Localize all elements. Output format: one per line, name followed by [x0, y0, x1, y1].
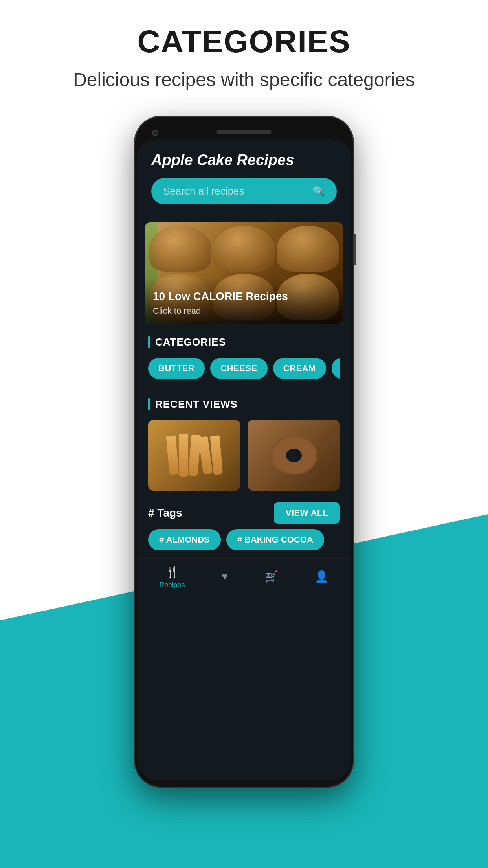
featured-overlay: 10 Low CALORIE Recipes Click to read	[145, 278, 343, 324]
pastry-visual	[148, 420, 240, 491]
app-header: Apple Cake Recipes Search all recipes 🔍	[137, 139, 351, 214]
recent-views-heading: RECENT VIEWS	[148, 398, 340, 410]
pastry-slice-2	[179, 434, 188, 477]
profile-icon: 👤	[315, 570, 328, 583]
phone-frame: Apple Cake Recipes Search all recipes 🔍	[134, 116, 354, 788]
pastry-slice-1	[166, 436, 179, 476]
categories-row: BUTTER CHEESE CREAM EGGS MILK	[148, 358, 340, 382]
featured-title: 10 Low CALORIE Recipes	[153, 290, 335, 303]
muffin-1	[149, 226, 211, 272]
cart-icon: 🛒	[264, 570, 278, 583]
bundt-visual	[248, 420, 340, 491]
category-eggs[interactable]: EGGS	[332, 358, 340, 379]
category-cream[interactable]: CREAM	[273, 358, 326, 379]
muffin-3	[277, 226, 339, 272]
phone-side-button	[354, 234, 356, 265]
muffin-2	[213, 226, 275, 272]
tags-label: # Tags	[148, 507, 182, 519]
recipes-nav-label: Recipes	[160, 581, 185, 589]
nav-item-cart[interactable]: 🛒	[264, 570, 278, 585]
tags-row: # ALMONDS # BAKING COCOA	[137, 529, 351, 558]
bundt-inner	[286, 449, 302, 462]
page-header: CATEGORIES Delicious recipes with specif…	[0, 0, 488, 108]
bundt-outer	[270, 436, 317, 475]
page-subtitle: Delicious recipes with specific categori…	[31, 68, 457, 92]
recent-card-1[interactable]	[148, 420, 240, 491]
recent-views-title: RECENT VIEWS	[155, 398, 238, 410]
categories-section: CATEGORIES BUTTER CHEESE CREAM EGGS MILK	[137, 324, 351, 386]
page-title: CATEGORIES	[31, 24, 457, 60]
categories-accent-bar	[148, 336, 150, 348]
phone-notch	[136, 127, 352, 139]
tags-header: # Tags VIEW ALL	[137, 495, 351, 529]
nav-item-recipes[interactable]: 🍴 Recipes	[160, 566, 185, 589]
app-title: Apple Cake Recipes	[151, 152, 337, 169]
recent-views-row	[148, 420, 340, 491]
recent-views-section: RECENT VIEWS	[137, 386, 351, 495]
heart-icon: ♥	[222, 570, 228, 583]
tag-almonds[interactable]: # ALMONDS	[148, 529, 221, 550]
featured-image[interactable]: 10 Low CALORIE Recipes Click to read	[145, 222, 343, 324]
view-all-button[interactable]: VIEW ALL	[274, 502, 340, 524]
phone-speaker	[216, 130, 272, 134]
category-butter[interactable]: BUTTER	[148, 358, 205, 379]
nav-item-favorites[interactable]: ♥	[222, 570, 228, 585]
phone-wrapper: Apple Cake Recipes Search all recipes 🔍	[0, 108, 488, 811]
categories-heading: CATEGORIES	[148, 336, 340, 348]
category-cheese[interactable]: CHEESE	[210, 358, 267, 379]
recipes-icon: 🍴	[165, 566, 179, 579]
nav-item-profile[interactable]: 👤	[315, 570, 328, 585]
bottom-nav: 🍴 Recipes ♥ 🛒 👤	[137, 558, 351, 595]
phone-screen: Apple Cake Recipes Search all recipes 🔍	[137, 139, 351, 780]
search-placeholder-text: Search all recipes	[163, 185, 244, 197]
tag-baking-cocoa[interactable]: # BAKING COCOA	[226, 529, 324, 550]
search-bar[interactable]: Search all recipes 🔍	[151, 178, 337, 204]
recent-views-accent-bar	[148, 398, 150, 410]
categories-title: CATEGORIES	[155, 336, 226, 348]
featured-cta: Click to read	[153, 306, 335, 316]
search-icon: 🔍	[312, 185, 325, 197]
recent-card-2[interactable]	[248, 420, 340, 491]
